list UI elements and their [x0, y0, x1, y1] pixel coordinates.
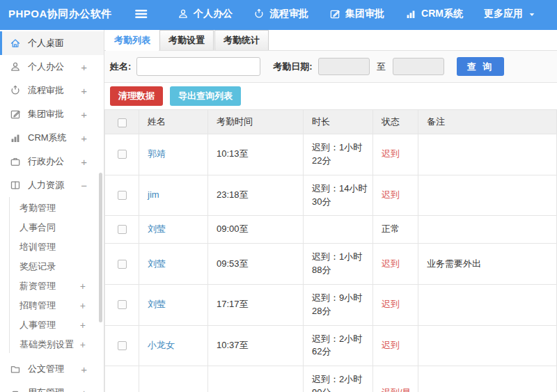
- sidebar-item-admin-office[interactable]: 行政办公+: [0, 150, 104, 173]
- sidebar-subitem-base-category-settings[interactable]: 基础类别设置+: [0, 335, 104, 354]
- note: [418, 216, 557, 244]
- nav-item-label: 流程审批: [269, 8, 308, 20]
- sidebar-item-label: 公文管理: [28, 363, 81, 375]
- status-badge: 迟到: [373, 284, 418, 325]
- duration: 迟到：1小时88分: [304, 244, 373, 285]
- duration: 迟到：9小时28分: [304, 284, 373, 325]
- nav-item-more-apps[interactable]: 更多应用: [484, 8, 536, 20]
- search-button[interactable]: 查 询: [457, 57, 505, 76]
- row-checkbox[interactable]: [118, 341, 127, 350]
- date-filter-label: 考勤日期:: [273, 61, 312, 73]
- sidebar-subitem-label: 基础类别设置: [19, 338, 80, 351]
- expand-plus-icon[interactable]: +: [81, 85, 87, 97]
- sidebar-subitem-personnel-management[interactable]: 人事管理+: [0, 315, 104, 335]
- expand-plus-icon[interactable]: +: [81, 61, 87, 73]
- sidebar-item-label: 行政办公: [28, 155, 81, 168]
- tab-bar: 考勤列表考勤设置考勤统计: [104, 30, 557, 51]
- sidebar-item-personal-desktop[interactable]: 个人桌面: [0, 31, 104, 55]
- sidebar-subitem-salary-management[interactable]: 薪资管理+: [0, 276, 104, 296]
- tab-attendance-settings[interactable]: 考勤设置: [159, 30, 214, 50]
- sidebar-item-document-management[interactable]: 公文管理+: [0, 357, 104, 381]
- tab-attendance-list[interactable]: 考勤列表: [106, 31, 159, 51]
- attendance-time: 10:13至: [208, 134, 304, 175]
- sidebar-item-human-resources[interactable]: 人力资源−: [0, 173, 104, 197]
- duration: 迟到：14小时30分: [304, 175, 373, 216]
- attendance-time: 09:53至: [208, 244, 304, 285]
- collapse-minus-icon[interactable]: −: [81, 180, 87, 191]
- sidebar-subitem-label: 人事管理: [19, 319, 80, 331]
- export-list-button[interactable]: 导出查询列表: [170, 86, 241, 106]
- sidebar-item-personal-office[interactable]: 个人办公+: [0, 55, 104, 79]
- sidebar-item-vehicle-management[interactable]: 用车管理+: [0, 381, 104, 392]
- date-to-input[interactable]: [393, 58, 444, 75]
- name-filter-input[interactable]: [136, 57, 260, 76]
- expand-plus-icon[interactable]: +: [81, 132, 87, 144]
- sidebar-subitem-label: 招聘管理: [19, 299, 80, 312]
- status-badge: 迟到: [373, 325, 418, 366]
- expand-plus-icon[interactable]: +: [80, 339, 86, 350]
- sidebar-subitem-training-management[interactable]: 培训管理: [0, 237, 104, 257]
- nav-item-workflow-approval[interactable]: 流程审批: [253, 8, 308, 20]
- tab-attendance-statistics[interactable]: 考勤统计: [214, 30, 269, 50]
- expand-plus-icon[interactable]: +: [81, 156, 87, 168]
- table-row: 管理员10:54至10:54迟到：2小时90分早退：7小时10分迟到/早退111…: [105, 366, 557, 392]
- row-checkbox[interactable]: [118, 300, 127, 309]
- row-checkbox[interactable]: [118, 191, 127, 200]
- sidebar-item-crm-system[interactable]: CRM系统+: [0, 126, 104, 150]
- sidebar-subitem-recruitment-management[interactable]: 招聘管理+: [0, 296, 104, 315]
- row-checkbox[interactable]: [118, 150, 127, 159]
- attendance-time: 23:18至: [208, 175, 304, 216]
- status-badge: 迟到: [373, 244, 418, 285]
- person-icon: [10, 61, 21, 72]
- hamburger-menu-icon[interactable]: [134, 6, 148, 22]
- employee-name-link[interactable]: 刘莹: [148, 224, 166, 234]
- sidebar-item-workflow-approval[interactable]: 流程审批+: [0, 79, 104, 102]
- folder-icon: [10, 363, 21, 375]
- sidebar-item-group-approval[interactable]: 集团审批+: [0, 102, 104, 126]
- nav-item-group-approval[interactable]: 集团审批: [329, 8, 384, 20]
- attendance-time: 09:00至: [208, 216, 304, 244]
- attendance-time: 17:17至: [208, 284, 304, 325]
- expand-plus-icon[interactable]: +: [81, 363, 87, 375]
- status-badge: 迟到/早退: [373, 366, 418, 392]
- table-row: 刘莹17:17至迟到：9小时28分迟到: [105, 284, 557, 325]
- sidebar-subitem-attendance-management[interactable]: 考勤管理: [0, 198, 104, 218]
- briefcase-icon: [10, 156, 21, 167]
- row-checkbox[interactable]: [118, 225, 127, 234]
- column-header: 时长: [304, 110, 373, 134]
- row-checkbox[interactable]: [118, 260, 127, 269]
- duration: 迟到：1小时22分: [304, 134, 373, 175]
- date-to-label: 至: [377, 61, 386, 73]
- employee-name-link[interactable]: 小龙女: [148, 340, 175, 350]
- edit-icon: [329, 8, 340, 19]
- employee-name-link[interactable]: 郭靖: [148, 148, 166, 159]
- expand-plus-icon[interactable]: +: [81, 387, 87, 392]
- table-row: jim23:18至迟到：14小时30分迟到: [105, 175, 557, 216]
- expand-plus-icon[interactable]: +: [80, 300, 86, 311]
- column-header: 姓名: [139, 110, 208, 134]
- sidebar-subitem-hr-contract[interactable]: 人事合同: [0, 218, 104, 237]
- sidebar-subitem-reward-punishment-records[interactable]: 奖惩记录: [0, 257, 104, 276]
- select-all-checkbox[interactable]: [118, 118, 127, 127]
- expand-plus-icon[interactable]: +: [81, 109, 87, 120]
- date-from-input[interactable]: [318, 58, 370, 75]
- attendance-time: 10:37至: [208, 325, 304, 366]
- chart-icon: [10, 132, 21, 143]
- nav-item-personal-office[interactable]: 个人办公: [178, 8, 233, 20]
- sidebar-subitem-label: 薪资管理: [19, 280, 80, 292]
- sidebar-item-label: CRM系统: [28, 132, 81, 144]
- nav-item-crm-system[interactable]: CRM系统: [405, 8, 463, 20]
- sidebar-scrollbar[interactable]: [99, 173, 102, 322]
- column-header: 备注: [418, 110, 557, 134]
- expand-plus-icon[interactable]: +: [80, 320, 86, 331]
- clean-data-button[interactable]: 清理数据: [110, 86, 163, 106]
- top-header: PHPOA协同办公软件 个人办公流程审批集团审批CRM系统更多应用: [0, 0, 557, 28]
- expand-plus-icon[interactable]: +: [80, 281, 86, 292]
- filter-form: 姓名: 考勤日期: 至 查 询: [104, 51, 557, 83]
- employee-name-link[interactable]: 刘莹: [148, 299, 166, 309]
- employee-name-link[interactable]: 刘莹: [148, 258, 166, 269]
- table-header-row: 姓名考勤时间时长状态备注: [105, 110, 557, 134]
- sidebar-subitem-label: 奖惩记录: [19, 260, 86, 273]
- employee-name-link[interactable]: jim: [148, 189, 159, 200]
- nav-item-label: 集团审批: [345, 8, 384, 20]
